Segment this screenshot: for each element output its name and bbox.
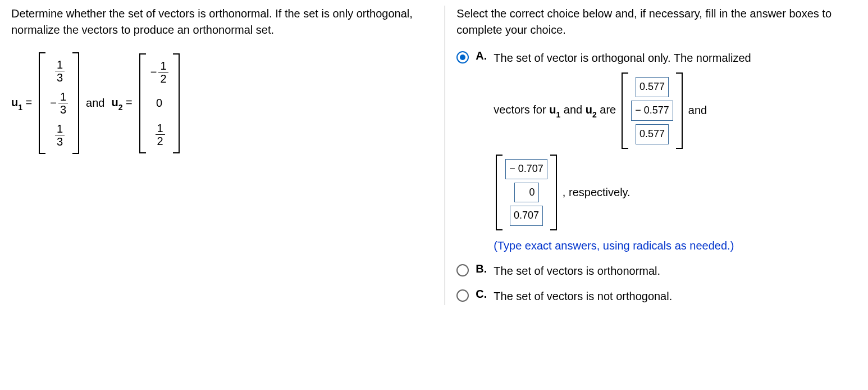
- u2-label: u2 =: [111, 96, 132, 111]
- radio-a[interactable]: [456, 51, 469, 64]
- and-text: and: [86, 97, 104, 110]
- choice-a-body: The set of vector is orthogonal only. Th…: [494, 49, 751, 255]
- answer-input-1-2[interactable]: − 0.577: [631, 101, 673, 121]
- choice-b-text: The set of vectors is orthonormal.: [494, 262, 660, 280]
- u2-matrix: −12 0 12: [139, 53, 180, 153]
- right-panel: Select the correct choice below and, if …: [445, 6, 857, 305]
- instruction-text: Select the correct choice below and, if …: [456, 6, 857, 38]
- choice-b-letter: B.: [476, 262, 487, 275]
- left-panel: Determine whether the set of vectors is …: [11, 6, 445, 305]
- answer-vec1: 0.577 − 0.577 0.577: [622, 72, 683, 149]
- choice-c-letter: C.: [476, 288, 487, 301]
- radio-b[interactable]: [456, 264, 469, 276]
- answer-input-2-2[interactable]: 0: [514, 183, 539, 203]
- answer-input-1-1[interactable]: 0.577: [636, 77, 669, 97]
- choice-b[interactable]: B. The set of vectors is orthonormal.: [456, 262, 857, 280]
- answer-input-2-1[interactable]: − 0.707: [505, 159, 547, 179]
- vectors-equation: u1 = 13 −13 13 and u2 = −12 0 12: [11, 52, 433, 154]
- choice-a-letter: A.: [476, 49, 487, 62]
- question-text: Determine whether the set of vectors is …: [11, 6, 433, 38]
- hint-text: (Type exact answers, using radicals as n…: [494, 237, 751, 255]
- answer-input-2-3[interactable]: 0.707: [510, 206, 543, 226]
- choice-a[interactable]: A. The set of vector is orthogonal only.…: [456, 49, 857, 255]
- choice-c[interactable]: C. The set of vectors is not orthogonal.: [456, 288, 857, 305]
- u1-matrix: 13 −13 13: [39, 52, 79, 154]
- u1-label: u1 =: [11, 96, 32, 111]
- answer-vec2: − 0.707 0 0.707: [496, 155, 557, 231]
- radio-c[interactable]: [456, 289, 469, 302]
- choice-c-text: The set of vectors is not orthogonal.: [494, 288, 672, 305]
- answer-input-1-3[interactable]: 0.577: [636, 124, 669, 144]
